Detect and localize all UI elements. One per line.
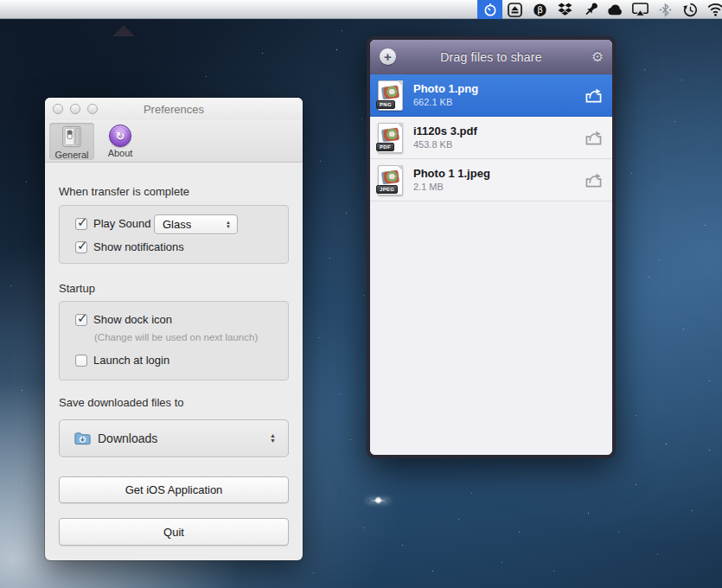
drop-zone[interactable]	[370, 201, 612, 455]
share-icon	[585, 172, 603, 188]
file-type-badge: PDF	[376, 143, 394, 151]
gear-icon: ⚙	[591, 49, 604, 64]
tab-general[interactable]: General	[49, 123, 94, 160]
photo-thumbnail	[381, 169, 399, 184]
bluetooth-menubar-icon[interactable]	[653, 0, 678, 19]
file-name: i1120s 3.pdf	[413, 125, 583, 138]
play-sound-checkbox-row[interactable]: ✓ Play Sound	[75, 217, 151, 230]
play-sound-label: Play Sound	[93, 217, 151, 230]
file-meta: Photo 1.png 662.1 KB	[413, 82, 583, 108]
page-fold	[397, 80, 403, 86]
plus-icon: +	[384, 50, 392, 63]
show-notifications-checkbox-row[interactable]: ✓ Show notifications	[75, 240, 184, 253]
startup-groupbox: ✓ Show dock icon (Change will be used on…	[59, 301, 289, 380]
timer-icon	[483, 3, 497, 17]
file-size: 662.1 KB	[413, 96, 583, 108]
file-type-badge: JPEG	[376, 185, 398, 194]
photo-thumbnail	[381, 85, 399, 99]
downloads-folder-icon	[74, 431, 91, 445]
file-row-photo-1-1-jpeg[interactable]: JPEG Photo 1 1.jpeg 2.1 MB	[370, 159, 612, 201]
quit-button[interactable]: Quit	[59, 518, 289, 546]
bright-star	[374, 496, 382, 504]
startup-section-label: Startup	[59, 282, 95, 295]
save-section-label: Save downloaded files to	[59, 396, 184, 409]
airplay-icon	[632, 3, 649, 16]
time-machine-menubar-icon[interactable]	[678, 0, 703, 19]
file-row-i1120s-3-pdf[interactable]: PDF i1120s 3.pdf 453.8 KB	[370, 117, 612, 159]
file-size: 2.1 MB	[413, 181, 583, 193]
share-button[interactable]	[583, 87, 604, 103]
file-type-badge: PNG	[376, 100, 395, 109]
tab-about[interactable]: ↻ About	[98, 123, 143, 160]
checkmark-icon: ✓	[77, 214, 88, 230]
wifi-menubar-icon[interactable]	[703, 0, 722, 19]
launch-login-checkbox[interactable]	[75, 355, 87, 367]
page-fold	[397, 123, 403, 129]
wifi-icon	[707, 3, 722, 16]
download-folder-select[interactable]: Downloads ▲ ▼	[59, 419, 289, 457]
checkmark-icon: ✓	[77, 238, 88, 253]
share-button[interactable]	[583, 172, 604, 188]
launch-login-label: Launch at login	[93, 354, 169, 367]
stepper-down-icon: ▼	[226, 225, 231, 229]
dropbox-menubar-icon[interactable]	[553, 0, 578, 19]
add-files-button[interactable]: +	[380, 48, 396, 65]
sound-select[interactable]: Glass ▲ ▼	[154, 214, 238, 234]
transfer-groupbox: ✓ Play Sound Glass ▲ ▼ ✓ Show notificati…	[59, 205, 289, 264]
eject-box-menubar-icon[interactable]	[502, 0, 527, 19]
pushpin-icon	[584, 3, 597, 17]
time-machine-icon	[683, 3, 698, 17]
preferences-toolbar: General ↻ About	[45, 120, 303, 163]
show-notifications-checkbox[interactable]: ✓	[75, 241, 87, 253]
menu-bar-status-icons: β	[477, 0, 722, 19]
traffic-lights	[45, 104, 98, 114]
app-timer-menubar-icon[interactable]	[477, 0, 502, 19]
refresh-arrow-glyph: ↻	[116, 130, 125, 143]
svg-text:β: β	[537, 4, 543, 15]
popover-title: Drag files to share	[440, 50, 541, 64]
show-notifications-label: Show notifications	[93, 240, 184, 253]
tab-general-label: General	[54, 150, 88, 160]
sound-select-value: Glass	[163, 218, 191, 231]
cloud-icon	[607, 3, 624, 16]
tab-about-label: About	[108, 148, 133, 158]
stepper-icon: ▲ ▼	[226, 215, 231, 233]
show-dock-label: Show dock icon	[93, 313, 172, 326]
minimize-button[interactable]	[70, 104, 80, 114]
beta-icon: β	[533, 3, 547, 17]
beta-menubar-icon[interactable]: β	[527, 0, 553, 19]
cloud-menubar-icon[interactable]	[603, 0, 628, 19]
titlebar[interactable]: Preferences	[45, 98, 303, 120]
photo-thumbnail	[381, 127, 399, 142]
share-icon	[585, 87, 603, 103]
png-file-icon: PNG	[378, 80, 403, 111]
page-fold	[397, 165, 403, 171]
file-row-photo-1-png[interactable]: PNG Photo 1.png 662.1 KB	[370, 74, 612, 117]
settings-button[interactable]: ⚙	[591, 48, 604, 67]
transfer-section-label: When transfer is complete	[59, 185, 189, 198]
eject-icon	[508, 3, 522, 17]
get-ios-application-label: Get iOS Application	[125, 483, 223, 496]
show-dock-checkbox[interactable]: ✓	[75, 314, 87, 326]
switch-icon	[60, 125, 84, 149]
file-meta: Photo 1 1.jpeg 2.1 MB	[413, 167, 583, 193]
stepper-down-icon: ▼	[270, 438, 276, 444]
dropbox-icon	[558, 3, 572, 16]
zoom-button[interactable]	[87, 104, 98, 114]
pin-menubar-icon[interactable]	[578, 0, 603, 19]
stepper-icon: ▲ ▼	[270, 420, 276, 457]
download-folder-value: Downloads	[98, 431, 157, 445]
launch-login-checkbox-row[interactable]: Launch at login	[75, 354, 169, 367]
share-button[interactable]	[583, 130, 604, 145]
about-icon: ↻	[109, 125, 131, 147]
show-dock-checkbox-row[interactable]: ✓ Show dock icon	[75, 313, 172, 326]
share-popover: + Drag files to share ⚙ PNG Photo 1.png …	[367, 36, 616, 458]
play-sound-checkbox[interactable]: ✓	[75, 218, 87, 230]
get-ios-application-button[interactable]: Get iOS Application	[59, 476, 289, 503]
preferences-window: Preferences General ↻ About When transfe…	[45, 98, 303, 560]
airplay-menubar-icon[interactable]	[628, 0, 653, 19]
jpeg-file-icon: JPEG	[378, 165, 403, 195]
close-button[interactable]	[53, 104, 63, 114]
quit-label: Quit	[163, 526, 184, 539]
popover-header: + Drag files to share ⚙	[370, 40, 612, 74]
